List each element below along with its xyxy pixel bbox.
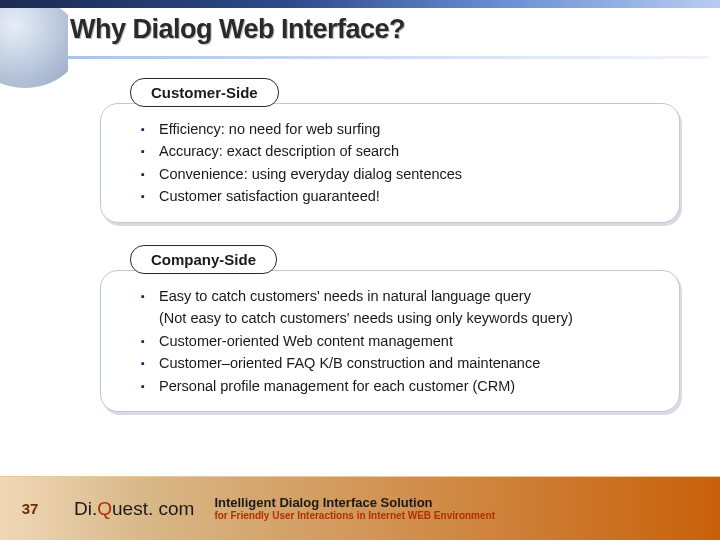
list-item: Customer satisfaction guaranteed!	[141, 185, 659, 207]
company-side-panel: Easy to catch customers' needs in natura…	[100, 270, 680, 412]
customer-list: Efficiency: no need for web surfing Accu…	[141, 118, 659, 208]
list-item: Customer-oriented Web content management	[141, 330, 659, 352]
footer-subtitle: for Friendly User Interactions in Intern…	[214, 510, 495, 522]
brand-post: uest. com	[112, 498, 194, 519]
title-area: Why Dialog Web Interface?	[70, 14, 405, 45]
title-underline	[68, 56, 708, 59]
company-side-label: Company-Side	[130, 245, 277, 274]
list-item-sub: (Not easy to catch customers' needs usin…	[141, 307, 659, 329]
customer-side-panel: Efficiency: no need for web surfing Accu…	[100, 103, 680, 223]
slide-number: 37	[0, 500, 60, 517]
content-area: Customer-Side Efficiency: no need for we…	[100, 78, 680, 434]
list-item: Customer–oriented FAQ K/B construction a…	[141, 352, 659, 374]
top-strip	[0, 0, 720, 8]
globe-icon	[0, 8, 68, 88]
list-item: Easy to catch customers' needs in natura…	[141, 285, 659, 307]
list-item: Personal profile management for each cus…	[141, 375, 659, 397]
brand-pre: Di.	[74, 498, 97, 519]
list-item: Efficiency: no need for web surfing	[141, 118, 659, 140]
brand-q: Q	[97, 498, 112, 519]
customer-side-label: Customer-Side	[130, 78, 279, 107]
list-item: Convenience: using everyday dialog sente…	[141, 163, 659, 185]
left-decoration	[0, 8, 68, 468]
company-list: Easy to catch customers' needs in natura…	[141, 285, 659, 397]
brand-logo: Di.Quest. com	[74, 498, 194, 520]
footer-bar: 37 Di.Quest. com Intelligent Dialog Inte…	[0, 476, 720, 540]
footer-text: Intelligent Dialog Interface Solution fo…	[214, 495, 495, 523]
footer-title: Intelligent Dialog Interface Solution	[214, 495, 495, 511]
slide-title: Why Dialog Web Interface?	[70, 14, 405, 45]
list-item: Accuracy: exact description of search	[141, 140, 659, 162]
